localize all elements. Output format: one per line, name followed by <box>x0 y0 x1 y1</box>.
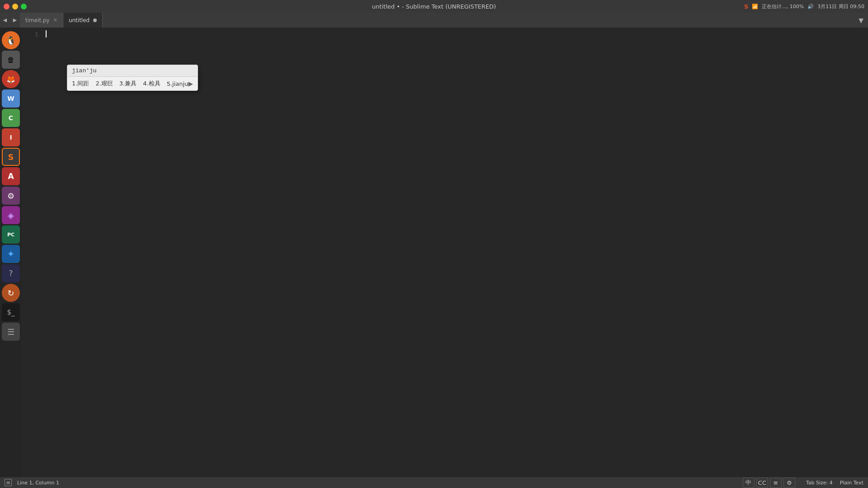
impress-icon[interactable]: I <box>2 128 20 146</box>
wifi-icon: 📶 <box>752 4 758 9</box>
calc-icon[interactable]: C <box>2 109 20 127</box>
settings-icon[interactable]: ⚙ <box>2 187 20 205</box>
input-method-cc[interactable]: CC <box>756 478 768 488</box>
volume-icon: 🔊 <box>807 4 814 9</box>
suggestion-more-arrow[interactable]: ▶ <box>188 80 193 87</box>
autocomplete-input[interactable]: jian'ju <box>67 65 198 77</box>
dash-icon[interactable]: ◈ <box>2 206 20 224</box>
editor-area: 1 jian'ju 1.间距 2.艰巨 3.兼具 4.检具 5.jianju ▶ <box>22 28 868 477</box>
input-method-menu[interactable]: ≡ <box>770 478 782 488</box>
titlebar-status: S 📶 正在估计..., 100% 🔊 3月11日 周日 09:50 <box>744 3 864 10</box>
sublime-icon[interactable]: S <box>2 148 20 166</box>
tabbar: ◀ ▶ timeit.py ✕ untitled ▼ <box>0 13 868 28</box>
status-tab-size[interactable]: Tab Size: 4 <box>806 480 833 486</box>
line-numbers: 1 <box>22 28 42 477</box>
terminal-icon[interactable]: $_ <box>2 303 20 321</box>
input-method-settings[interactable]: ⚙ <box>783 478 795 488</box>
editor-line-1 <box>46 30 868 38</box>
maximize-button[interactable] <box>21 4 27 9</box>
tab-timeit[interactable]: timeit.py ✕ <box>20 13 63 28</box>
update-icon[interactable]: ↻ <box>2 284 20 302</box>
vm-icon[interactable]: ☰ <box>2 323 20 341</box>
tab-untitled[interactable]: untitled <box>63 13 103 28</box>
suggestion-5[interactable]: 5.jianju <box>167 80 189 87</box>
star-icon[interactable]: ✦ <box>2 245 20 263</box>
sidebar-dock: 🐧 🗑 🦊 W C I S A ⚙ <box>0 28 22 477</box>
tab-nav-prev[interactable]: ◀ <box>0 13 10 28</box>
pycharm-icon[interactable]: PC <box>2 225 20 244</box>
status-syntax[interactable]: Plain Text <box>840 480 863 486</box>
close-button[interactable] <box>4 4 9 9</box>
tabbar-expand-btn[interactable]: ▼ <box>854 13 868 28</box>
statusbar: ≡ Line 1, Column 1 中 CC ≡ ⚙ Tab Size: 4 … <box>0 477 868 488</box>
line-number-1: 1 <box>22 30 38 39</box>
battery-status: 正在估计..., 100% <box>762 3 804 10</box>
main-area: 🐧 🗑 🦊 W C I S A ⚙ <box>0 28 868 477</box>
suggestion-3[interactable]: 3.兼具 <box>119 80 137 88</box>
autocomplete-suggestions: 1.间距 2.艰巨 3.兼具 4.检具 5.jianju ▶ <box>67 77 198 90</box>
tab-nav-next[interactable]: ▶ <box>10 13 20 28</box>
status-menu-icon[interactable]: ≡ <box>5 479 12 486</box>
suggestion-4[interactable]: 4.检具 <box>143 80 160 88</box>
tab-modified-dot <box>93 19 97 22</box>
status-left: ≡ Line 1, Column 1 <box>5 479 59 486</box>
suggestion-2[interactable]: 2.艰巨 <box>95 80 113 88</box>
firefox-icon[interactable]: 🦊 <box>2 70 20 88</box>
suggestion-1[interactable]: 1.间距 <box>72 80 89 88</box>
sopcast-icon: S <box>744 3 748 10</box>
titlebar: untitled • - Sublime Text (UNREGISTERED)… <box>0 0 868 13</box>
input-method-icons: 中 CC ≡ ⚙ <box>743 478 795 488</box>
autocomplete-popup[interactable]: jian'ju 1.间距 2.艰巨 3.兼具 4.检具 5.jianju ▶ <box>67 65 198 91</box>
window-title: untitled • - Sublime Text (UNREGISTERED) <box>372 3 496 10</box>
window-controls <box>4 4 27 9</box>
tab-timeit-label: timeit.py <box>25 17 50 23</box>
font-icon[interactable]: A <box>2 167 20 185</box>
tab-timeit-close[interactable]: ✕ <box>53 17 57 23</box>
datetime: 3月11日 周日 09:50 <box>817 3 864 10</box>
minimize-button[interactable] <box>12 4 18 9</box>
input-method-chinese[interactable]: 中 <box>743 478 755 488</box>
status-right: 中 CC ≡ ⚙ Tab Size: 4 Plain Text <box>743 478 863 488</box>
writer-icon[interactable]: W <box>2 89 20 108</box>
system-icon[interactable]: 🐧 <box>2 31 20 49</box>
tab-untitled-label: untitled <box>69 17 90 23</box>
trash-icon[interactable]: 🗑 <box>2 51 20 69</box>
code-area[interactable] <box>42 28 868 477</box>
editor-content: 1 <box>22 28 868 477</box>
status-cursor-position[interactable]: Line 1, Column 1 <box>17 480 59 486</box>
remote-icon[interactable]: ? <box>2 264 20 282</box>
text-cursor <box>46 30 47 38</box>
